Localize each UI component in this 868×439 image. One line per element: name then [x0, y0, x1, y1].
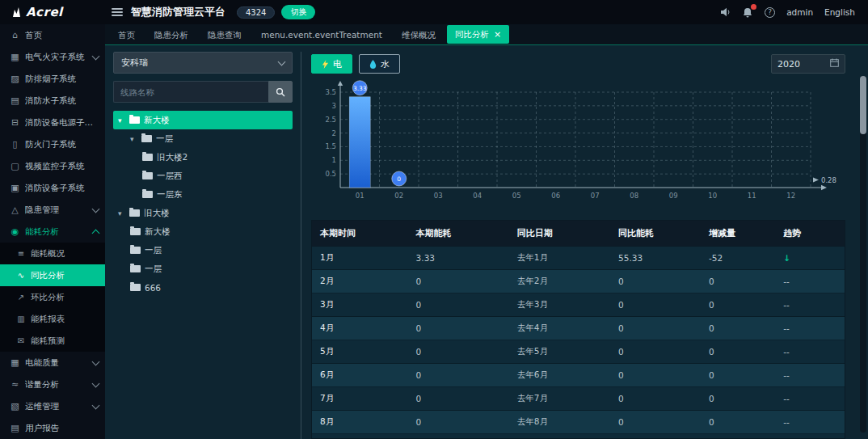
svg-text:0: 0	[397, 175, 401, 183]
sidebar-item-5[interactable]: ▯防火门子系统	[0, 133, 105, 155]
sidebar-item-2[interactable]: ▨防排烟子系统	[0, 68, 105, 90]
sidebar-subitem-9-3[interactable]: ▥能耗报表	[0, 308, 105, 330]
sidebar-subitem-9-4[interactable]: ✉能耗预测	[0, 330, 105, 352]
table-cell: 55.33	[610, 247, 701, 270]
tree-node-8[interactable]: 一层	[113, 260, 293, 278]
tree-node-4[interactable]: 一层东	[113, 185, 293, 204]
table-cell: 0	[610, 317, 701, 340]
vertical-scrollbar[interactable]	[860, 76, 866, 433]
svg-text:05: 05	[512, 192, 521, 200]
table-cell: 9月	[312, 434, 408, 439]
scrollbar-thumb[interactable]	[860, 76, 866, 134]
analysis-panel: 电水 2020 0.511.522.533.501020304050607080…	[301, 52, 857, 439]
table-row[interactable]: 6月0去年6月00--	[312, 364, 845, 387]
tab-6[interactable]: 同比分析×	[447, 25, 509, 44]
tree-node-5[interactable]: ▾旧大楼	[113, 204, 293, 222]
svg-text:2: 2	[332, 129, 336, 137]
page-title: 智慧消防管理云平台	[131, 5, 225, 19]
folder-icon	[141, 135, 152, 142]
language-switch[interactable]: English	[824, 7, 855, 17]
notification-badge	[751, 4, 756, 10]
layout: ⌂首页▦电气火灾子系统▨防排烟子系统▤消防水子系统⊟消防设备电源子系统▯防火门子…	[0, 24, 868, 439]
table-cell: --	[775, 434, 845, 439]
table-row[interactable]: 8月0去年8月00--	[312, 411, 845, 434]
sidebar-subitem-9-0[interactable]: ≡能耗概况	[0, 243, 105, 264]
line-search-input[interactable]	[113, 81, 268, 103]
table-row[interactable]: 5月0去年5月00--	[312, 340, 845, 364]
energy-icon: ◉	[10, 226, 20, 237]
sidebar-item-0[interactable]: ⌂首页	[0, 24, 105, 46]
sidebar-item-11[interactable]: ≈谐量分析	[0, 374, 105, 395]
tab-5[interactable]: 维保概况	[394, 26, 444, 44]
notification-bell-icon[interactable]	[742, 6, 753, 18]
tree-caret-icon[interactable]: ▾	[118, 209, 125, 217]
tree-caret-icon[interactable]: ▾	[118, 116, 125, 125]
table-row[interactable]: 1月3.33去年1月55.33-52↓	[312, 247, 845, 270]
energy-toggle-electric[interactable]: 电	[311, 54, 352, 74]
tab-1[interactable]: 首页	[110, 26, 143, 44]
table-cell: 去年5月	[509, 340, 610, 364]
table-col-1: 本期能耗	[408, 221, 509, 247]
switch-button[interactable]: 切换	[281, 5, 315, 19]
sidebar-item-13[interactable]: ▤用户报告	[0, 417, 105, 439]
tree-node-7[interactable]: 一层	[113, 241, 293, 260]
report-icon: ▥	[16, 314, 26, 323]
sidebar-item-label: 防排烟子系统	[25, 74, 99, 85]
table-cell: 去年3月	[509, 293, 610, 317]
tree-node-1[interactable]: ▾一层	[113, 129, 293, 148]
year-select[interactable]: 2020	[771, 54, 845, 74]
sidebar-item-7[interactable]: ▣消防设备子系统	[0, 177, 105, 199]
sidebar-collapse-icon[interactable]	[112, 8, 123, 16]
tree-node-3[interactable]: 一层西	[113, 167, 293, 185]
sidebar-item-8[interactable]: △隐患管理	[0, 199, 105, 221]
sidebar-item-12[interactable]: ▧运维管理	[0, 395, 105, 417]
svg-text:0.5: 0.5	[325, 170, 336, 178]
table-cell: 0	[610, 434, 701, 439]
table-cell: --	[775, 411, 845, 434]
tree-node-0[interactable]: ▾新大楼	[113, 111, 293, 129]
sidebar-item-6[interactable]: ▢视频监控子系统	[0, 155, 105, 177]
sidebar-item-10[interactable]: ▦电能质量	[0, 352, 105, 374]
energy-toggle-water[interactable]: 水	[359, 54, 400, 74]
table-row[interactable]: 3月0去年3月00--	[312, 293, 845, 317]
chevron-up-icon	[92, 229, 100, 237]
svg-text:3.5: 3.5	[325, 88, 336, 96]
sidebar-item-label: 消防水子系统	[25, 95, 99, 107]
table-row[interactable]: 2月0去年2月00--	[312, 270, 845, 293]
tree-node-9[interactable]: 666	[113, 278, 293, 297]
fire-water-icon: ▤	[10, 95, 20, 106]
close-tab-icon[interactable]: ×	[494, 29, 501, 40]
table-row[interactable]: 4月0去年4月00--	[312, 317, 845, 340]
sidebar-item-4[interactable]: ⊟消防设备电源子系统	[0, 112, 105, 133]
help-icon[interactable]: ?	[765, 7, 775, 18]
sidebar-subitem-label: 能耗报表	[31, 314, 65, 325]
search-icon[interactable]	[268, 81, 293, 103]
sidebar-subitem-9-1[interactable]: ∿同比分析	[0, 264, 105, 286]
station-select[interactable]: 安科瑞	[113, 52, 293, 74]
table-cell: 0	[408, 364, 509, 387]
table-row[interactable]: 7月0去年7月00--	[312, 387, 845, 411]
svg-text:1.5: 1.5	[325, 142, 336, 150]
sidebar-item-9[interactable]: ◉能耗分析	[0, 221, 105, 243]
sidebar-item-3[interactable]: ▤消防水子系统	[0, 90, 105, 112]
bar-01[interactable]	[349, 97, 370, 188]
sidebar-item-1[interactable]: ▦电气火灾子系统	[0, 46, 105, 68]
table-cell: 0	[408, 270, 509, 293]
table-cell: 0	[610, 340, 701, 364]
user-name[interactable]: admin	[786, 7, 813, 17]
tree-node-6[interactable]: 新大楼	[113, 222, 293, 241]
volume-icon[interactable]	[719, 6, 731, 18]
tree-caret-icon[interactable]: ▾	[130, 135, 137, 143]
folder-icon	[130, 265, 141, 272]
table-cell: --	[775, 317, 845, 340]
tab-3[interactable]: 隐患查询	[200, 26, 250, 44]
tab-2[interactable]: 隐患分析	[146, 26, 196, 44]
folder-icon	[129, 116, 140, 124]
table-row[interactable]: 9月0去年9月00--	[312, 434, 845, 439]
table-cell: 0	[701, 387, 775, 411]
sidebar-subitem-label: 能耗预测	[31, 336, 65, 347]
tree-node-2[interactable]: 旧大楼2	[113, 148, 293, 167]
sidebar-subitem-9-2[interactable]: ↗环比分析	[0, 286, 105, 308]
tab-4[interactable]: menu.event.eventTreatment	[253, 26, 390, 44]
chevron-down-icon	[92, 357, 100, 365]
